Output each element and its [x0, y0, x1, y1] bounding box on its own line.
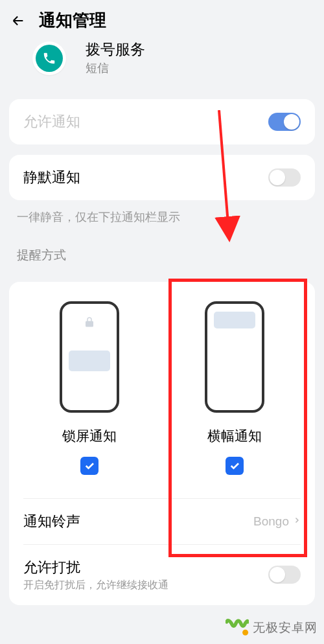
dnd-sub: 开启免打扰后，允许继续接收通: [23, 579, 168, 592]
silent-toggle[interactable]: [268, 168, 301, 187]
allow-toggle[interactable]: [268, 113, 301, 131]
ringtone-value: Bongo: [253, 514, 289, 529]
banner-option-label: 横幅通知: [207, 427, 262, 445]
page-title: 通知管理: [39, 9, 106, 32]
silent-label: 静默通知: [23, 168, 80, 187]
app-sub: 短信: [86, 60, 145, 76]
banner-preview: [205, 301, 264, 413]
lock-notification-option[interactable]: 锁屏通知: [17, 301, 162, 475]
app-name: 拨号服务: [86, 41, 145, 59]
silent-row[interactable]: 静默通知: [9, 155, 315, 200]
lock-icon: [84, 316, 95, 331]
allow-notifications-row[interactable]: 允许通知: [9, 99, 315, 144]
silent-hint: 一律静音，仅在下拉通知栏显示: [0, 200, 324, 230]
lock-checkbox[interactable]: [80, 457, 98, 475]
alert-section-title: 提醒方式: [0, 230, 324, 271]
banner-notification-option[interactable]: 横幅通知: [162, 301, 307, 475]
dnd-row[interactable]: 允许打扰 开启免打扰后，允许继续接收通: [9, 545, 315, 605]
svg-point-1: [242, 630, 248, 636]
watermark: 无极安卓网: [226, 617, 318, 639]
dnd-toggle[interactable]: [268, 566, 301, 584]
ringtone-label: 通知铃声: [23, 512, 80, 531]
dnd-label: 允许打扰: [23, 558, 168, 577]
lock-preview: [60, 301, 119, 413]
banner-checkbox[interactable]: [226, 457, 244, 475]
app-header: 拨号服务 短信: [0, 41, 324, 89]
phone-icon: [36, 45, 63, 72]
back-button[interactable]: [9, 12, 27, 30]
allow-label: 允许通知: [23, 112, 80, 132]
chevron-right-icon: [293, 514, 301, 529]
lock-option-label: 锁屏通知: [62, 427, 117, 445]
app-icon: [32, 41, 66, 75]
ringtone-row[interactable]: 通知铃声 Bongo: [9, 499, 315, 544]
